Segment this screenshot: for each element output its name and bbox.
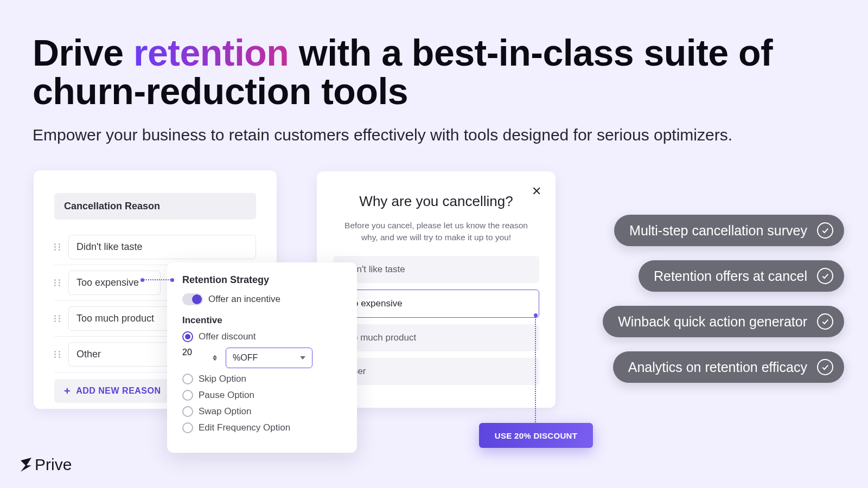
brand-name: Prive xyxy=(35,455,72,474)
plus-icon: + xyxy=(64,386,71,396)
incentive-label: Incentive xyxy=(182,315,342,326)
title-highlight: retention xyxy=(133,32,289,73)
check-circle-icon xyxy=(817,222,833,239)
offer-incentive-toggle[interactable] xyxy=(182,293,203,305)
cancel-option[interactable]: Didn't like taste xyxy=(333,256,539,283)
pill-label: Retention offers at cancel xyxy=(654,268,807,284)
check-circle-icon xyxy=(817,268,833,284)
discount-controls: 20 %OFF xyxy=(182,348,342,368)
add-reason-label: ADD NEW REASON xyxy=(76,386,161,396)
discount-value-input[interactable]: 20 xyxy=(182,348,220,368)
page-subtitle: Empower your business to retain customer… xyxy=(33,124,835,146)
drag-handle-icon[interactable] xyxy=(54,351,62,358)
connector-line xyxy=(142,279,173,280)
toggle-label: Offer an incentive xyxy=(208,294,280,305)
cancel-subtitle: Before you cancel, please let us know th… xyxy=(337,220,535,244)
cancel-option[interactable]: Too much product xyxy=(333,324,539,351)
radio-skip-option[interactable]: Skip Option xyxy=(182,374,342,384)
brand-mark-icon xyxy=(21,458,31,472)
feature-pill-list: Multi-step cancellation survey Retention… xyxy=(584,215,844,383)
pill-label: Multi-step cancellation survey xyxy=(629,223,807,239)
cancel-option[interactable]: Other xyxy=(333,358,539,385)
connector-line xyxy=(535,316,536,433)
radio-label: Skip Option xyxy=(199,374,246,384)
drag-handle-icon[interactable] xyxy=(54,243,62,251)
pill-label: Analytics on retention efficacy xyxy=(628,359,807,375)
stepper-icon[interactable] xyxy=(213,355,217,361)
feature-pill: Retention offers at cancel xyxy=(639,260,844,292)
title-pre: Drive xyxy=(33,32,133,73)
radio-pause-option[interactable]: Pause Option xyxy=(182,390,342,401)
use-discount-button[interactable]: USE 20% DISCOUNT xyxy=(479,423,593,448)
feature-pill: Winback quick action generator xyxy=(603,306,844,337)
reason-row xyxy=(54,229,256,265)
radio-label: Swap Option xyxy=(199,406,251,417)
cancel-title: Why are you cancelling? xyxy=(333,193,539,210)
cancel-option[interactable]: Too expensive xyxy=(333,290,539,318)
reason-input[interactable] xyxy=(68,271,161,295)
feature-pill: Multi-step cancellation survey xyxy=(614,215,844,246)
radio-swap-option[interactable]: Swap Option xyxy=(182,406,342,417)
chevron-down-icon xyxy=(300,356,305,359)
drag-handle-icon[interactable] xyxy=(54,315,62,323)
hero-section: Drive retention with a best-in-class sui… xyxy=(33,34,835,146)
close-icon[interactable]: ✕ xyxy=(532,184,541,198)
add-reason-button[interactable]: + ADD NEW REASON xyxy=(54,379,171,403)
drag-handle-icon[interactable] xyxy=(54,279,62,287)
toggle-row: Offer an incentive xyxy=(182,293,342,305)
pill-label: Winback quick action generator xyxy=(618,314,807,330)
reasons-header: Cancellation Reason xyxy=(54,193,256,220)
radio-offer-discount[interactable]: Offer discount xyxy=(182,331,342,342)
retention-strategy-card: Retention Strategy Offer an incentive In… xyxy=(167,262,357,453)
radio-edit-frequency-option[interactable]: Edit Frequency Option xyxy=(182,422,342,433)
strategy-title: Retention Strategy xyxy=(182,274,342,286)
reason-input[interactable] xyxy=(68,235,256,259)
feature-pill: Analytics on retention efficacy xyxy=(613,351,844,383)
check-circle-icon xyxy=(817,359,833,375)
brand-logo: Prive xyxy=(21,455,72,474)
radio-label: Pause Option xyxy=(199,390,254,401)
radio-label: Edit Frequency Option xyxy=(199,422,290,433)
page-title: Drive retention with a best-in-class sui… xyxy=(33,34,835,111)
reason-input[interactable] xyxy=(68,342,177,367)
radio-label: Offer discount xyxy=(199,331,256,342)
reason-input[interactable] xyxy=(68,306,177,331)
check-circle-icon xyxy=(817,313,833,330)
discount-unit-select[interactable]: %OFF xyxy=(226,348,312,368)
